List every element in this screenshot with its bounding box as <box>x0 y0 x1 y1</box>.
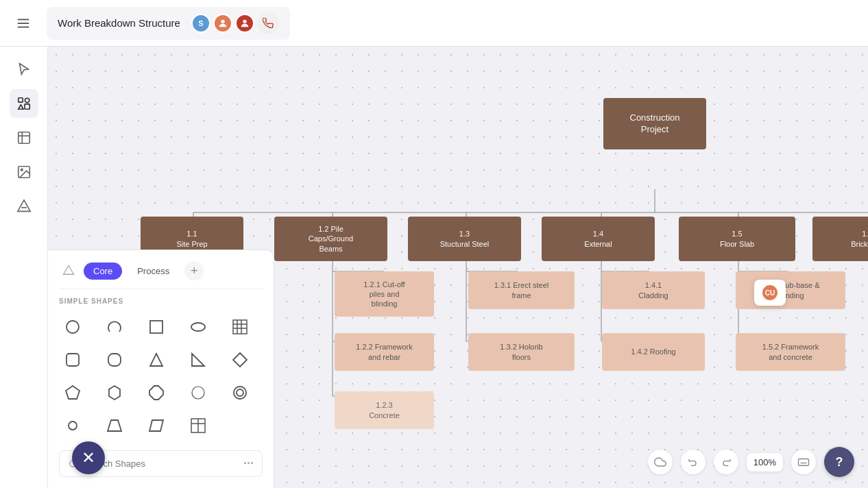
shape-circle-thin[interactable] <box>184 379 212 406</box>
svg-point-54 <box>67 321 79 333</box>
shape-rounded-rect[interactable] <box>59 346 86 374</box>
svg-point-70 <box>192 387 204 399</box>
sidebar-cursor-tool[interactable] <box>10 55 38 84</box>
svg-point-71 <box>234 387 246 399</box>
svg-point-12 <box>21 169 23 171</box>
shapes-section-title: SIMPLE SHAPES <box>59 297 263 305</box>
svg-marker-75 <box>149 420 163 431</box>
svg-rect-5 <box>18 98 22 102</box>
wbs-node-1-4-1[interactable]: 1.4.1Cladding <box>602 271 705 309</box>
collab-avatar: CU <box>761 284 779 302</box>
svg-marker-13 <box>17 200 29 212</box>
sidebar-shapes-tool[interactable] <box>10 89 38 118</box>
collaborator-avatars: S <box>191 12 279 34</box>
wbs-node-1-3-1[interactable]: 1.3.1 Erect steelframe <box>468 271 575 309</box>
search-shapes-input[interactable] <box>84 459 238 469</box>
wbs-node-1-2-3[interactable]: 1.2.3Concrete <box>335 391 434 429</box>
svg-rect-8 <box>18 132 29 144</box>
fab-button[interactable]: ✕ <box>72 441 105 474</box>
shape-circle-sm[interactable] <box>59 412 86 439</box>
svg-rect-81 <box>799 459 809 466</box>
wbs-node-1-5[interactable]: 1.5Floor Slab <box>679 217 795 261</box>
sidebar-frame-tool[interactable] <box>10 123 38 152</box>
tab-add-button[interactable]: + <box>184 261 204 280</box>
shape-circle[interactable] <box>59 313 86 341</box>
avatar-a <box>213 14 232 33</box>
svg-point-56 <box>191 323 205 331</box>
sidebar-image-tool[interactable] <box>10 158 38 186</box>
shape-tabs-row: Core Process + <box>59 261 263 289</box>
svg-point-73 <box>69 422 77 430</box>
topbar: Work Breakdown Structure S <box>0 0 868 47</box>
shape-right-triangle[interactable] <box>184 346 212 374</box>
bottombar: 100% ? <box>648 447 854 477</box>
menu-button[interactable] <box>11 11 36 36</box>
help-button[interactable]: ? <box>824 447 854 477</box>
search-more-button[interactable]: ··· <box>243 456 254 471</box>
shape-circle-outline[interactable] <box>226 379 254 406</box>
svg-rect-7 <box>24 104 29 109</box>
shape-table2[interactable] <box>184 412 212 439</box>
svg-marker-65 <box>192 354 204 366</box>
avatar-s: S <box>191 14 210 33</box>
document-title: Work Breakdown Structure <box>58 17 180 29</box>
left-sidebar <box>0 47 48 488</box>
shape-triangle[interactable] <box>143 346 170 374</box>
redo-button[interactable] <box>714 450 738 474</box>
wbs-node-1-5-2[interactable]: 1.5.2 Frameworkand concrete <box>736 333 845 371</box>
wbs-node-1-2-1[interactable]: 1.2.1 Cut-offpiles andblinding <box>335 271 434 317</box>
cloud-save-button[interactable] <box>648 450 673 474</box>
root-label: Construction Project <box>630 112 680 136</box>
svg-point-4 <box>243 19 246 23</box>
svg-rect-55 <box>150 321 162 333</box>
shape-octagon[interactable] <box>143 379 170 406</box>
svg-point-72 <box>237 389 243 396</box>
svg-rect-62 <box>67 354 79 366</box>
svg-marker-67 <box>66 386 80 399</box>
wbs-node-1-3[interactable]: 1.3Stuctural Steel <box>408 217 521 261</box>
collab-indicator: CU <box>754 280 786 306</box>
svg-marker-74 <box>108 420 121 431</box>
tab-core[interactable]: Core <box>84 263 122 280</box>
zoom-level: 100% <box>747 453 783 472</box>
svg-rect-57 <box>233 320 247 334</box>
tab-process[interactable]: Process <box>128 263 179 280</box>
keyboard-button[interactable] <box>791 450 816 474</box>
phone-button[interactable] <box>257 12 279 34</box>
shape-parallelogram[interactable] <box>143 412 170 439</box>
wbs-node-1-2[interactable]: 1.2 PileCaps/GroundBeams <box>274 217 387 261</box>
shapes-grid <box>59 313 263 439</box>
shape-square[interactable] <box>143 313 170 341</box>
shape-hexagon[interactable] <box>101 379 128 406</box>
wbs-node-1-3-2[interactable]: 1.3.2 Holoribfloors <box>468 333 575 371</box>
undo-button[interactable] <box>681 450 706 474</box>
shape-trapezoid[interactable] <box>101 412 128 439</box>
wbs-node-1-2-2[interactable]: 1.2.2 Frameworkand rebar <box>335 333 434 371</box>
sidebar-diagram-tool[interactable] <box>10 192 38 221</box>
svg-marker-69 <box>149 386 163 400</box>
svg-rect-63 <box>108 354 121 366</box>
shape-diamond[interactable] <box>226 346 254 374</box>
wbs-root-node[interactable]: Construction Project <box>603 98 706 149</box>
shape-pentagon[interactable] <box>59 379 86 406</box>
svg-marker-68 <box>109 386 120 400</box>
title-area: Work Breakdown Structure S <box>47 7 290 40</box>
wbs-node-1-4-2[interactable]: 1.4.2 Roofing <box>602 333 705 371</box>
shape-table-grid[interactable] <box>226 313 254 341</box>
svg-point-3 <box>221 19 224 23</box>
shapes-tab-icon[interactable] <box>59 261 78 280</box>
svg-marker-66 <box>233 353 247 367</box>
wbs-node-1-5-1[interactable]: 1.5.1 Sub-base &Blinding <box>736 271 845 309</box>
shape-arc[interactable] <box>101 313 128 341</box>
svg-point-6 <box>25 98 29 102</box>
wbs-node-1-4[interactable]: 1.4External <box>542 217 655 261</box>
wbs-node-1-6[interactable]: 1.6Brickwork <box>812 217 868 261</box>
avatar-b <box>235 14 254 33</box>
svg-marker-64 <box>150 354 162 366</box>
shape-ellipse[interactable] <box>184 313 212 341</box>
shape-squircle[interactable] <box>101 346 128 374</box>
